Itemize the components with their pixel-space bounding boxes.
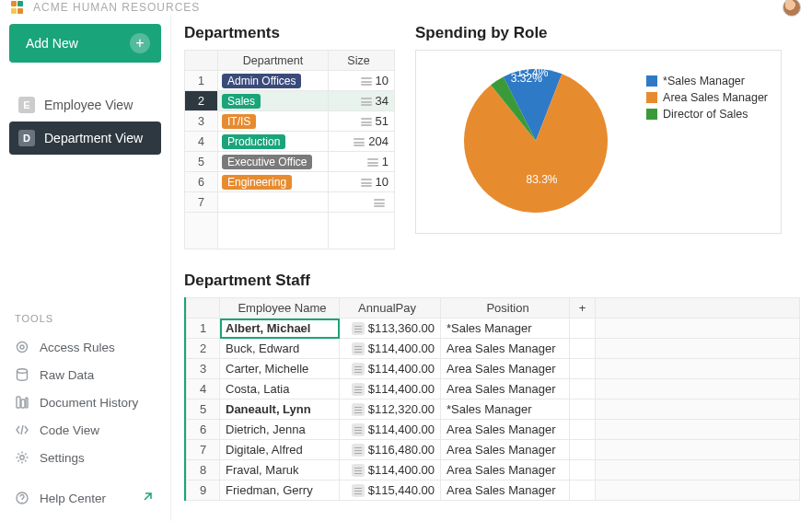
bars-icon (361, 76, 372, 87)
list-icon (352, 342, 365, 355)
department-row[interactable]: 1 Admin Offices 10 (185, 71, 395, 91)
history-icon (15, 395, 29, 410)
svg-point-1 (20, 345, 24, 349)
chart-legend: *Sales ManagerArea Sales ManagerDirector… (646, 75, 768, 124)
bars-icon (361, 178, 372, 188)
nav-employee-view[interactable]: E Employee View (9, 88, 161, 122)
bars-icon (367, 157, 378, 168)
department-row[interactable]: 4 Production 204 (185, 132, 395, 152)
staff-row[interactable]: 7 Digitale, Alfred $116,480.00 Area Sale… (187, 440, 800, 460)
staff-table[interactable]: Employee Name AnnualPay Position + 1 Alb… (186, 297, 800, 501)
tool-raw-data[interactable]: Raw Data (9, 361, 161, 388)
bars-icon (361, 97, 372, 107)
staff-row[interactable]: 4 Costa, Latia $114,400.00 Area Sales Ma… (187, 379, 800, 399)
legend-item: Area Sales Manager (646, 91, 768, 104)
legend-item: *Sales Manager (646, 75, 768, 87)
svg-point-2 (17, 369, 28, 373)
tool-document-history[interactable]: Document History (9, 388, 161, 416)
staff-title: Department Staff (184, 272, 803, 290)
staff-row[interactable]: 2 Buck, Edward $114,400.00 Area Sales Ma… (187, 339, 800, 359)
spending-title: Spending by Role (415, 24, 782, 42)
staff-row[interactable]: 1 Albert, Michael $113,360.00 *Sales Man… (187, 318, 800, 339)
add-column-button[interactable]: + (570, 298, 596, 318)
nav-department-view[interactable]: D Department View (9, 122, 161, 155)
staff-row[interactable]: 8 Fraval, Maruk $114,400.00 Area Sales M… (187, 460, 800, 480)
legend-item: Director of Sales (646, 108, 768, 121)
tool-help-center[interactable]: Help Center (9, 484, 161, 512)
help-icon (15, 491, 29, 505)
eye-icon (15, 340, 29, 354)
list-icon (352, 423, 365, 436)
nav-badge-icon: E (18, 97, 35, 113)
tool-code-view[interactable]: Code View (9, 416, 161, 444)
tool-settings[interactable]: Settings (9, 444, 161, 471)
add-new-button[interactable]: Add New + (9, 24, 161, 63)
list-icon (352, 363, 365, 376)
department-row[interactable]: 5 Executive Office 1 (185, 152, 395, 172)
svg-text:3.32%: 3.32% (511, 72, 542, 85)
department-row[interactable]: 2 Sales 34 (185, 91, 395, 111)
department-row[interactable]: 6 Engineering 10 (185, 172, 395, 192)
svg-rect-3 (17, 397, 20, 408)
plus-icon: + (130, 33, 150, 53)
bars-icon (354, 137, 365, 147)
svg-point-0 (17, 342, 28, 353)
tool-access-rules[interactable]: Access Rules (9, 333, 161, 361)
spending-pie-chart: 13.4%83.3%3.32% *Sales ManagerArea Sales… (415, 50, 782, 234)
svg-point-6 (20, 456, 24, 459)
app-logo-icon (11, 1, 26, 14)
list-icon (352, 322, 365, 335)
staff-row[interactable]: 6 Dietrich, Jenna $114,400.00 Area Sales… (187, 420, 800, 440)
list-icon (352, 484, 365, 497)
external-link-icon (141, 491, 156, 505)
nav-badge-icon: D (18, 130, 35, 146)
app-title: ACME HUMAN RESOURCES (33, 1, 200, 14)
gear-icon (15, 450, 29, 465)
department-row[interactable]: 3 IT/IS 51 (185, 111, 395, 132)
svg-rect-5 (26, 398, 28, 408)
list-icon (352, 403, 365, 416)
list-icon (352, 383, 365, 396)
tools-header: TOOLS (15, 313, 161, 324)
svg-rect-4 (21, 399, 25, 408)
list-icon (352, 464, 365, 477)
departments-table[interactable]: Department Size 1 Admin Offices 102 Sale… (184, 50, 395, 249)
staff-row[interactable]: 5 Daneault, Lynn $112,320.00 *Sales Mana… (187, 399, 800, 420)
svg-text:83.3%: 83.3% (527, 173, 558, 186)
list-icon (352, 444, 365, 457)
database-icon (15, 367, 29, 382)
staff-row[interactable]: 9 Friedman, Gerry $115,440.00 Area Sales… (187, 480, 800, 501)
departments-title: Departments (184, 24, 395, 42)
sidebar: Add New + E Employee View D Department V… (0, 15, 170, 521)
staff-row[interactable]: 3 Carter, Michelle $114,400.00 Area Sale… (187, 359, 800, 379)
code-icon (15, 423, 29, 437)
bars-icon (361, 117, 372, 127)
